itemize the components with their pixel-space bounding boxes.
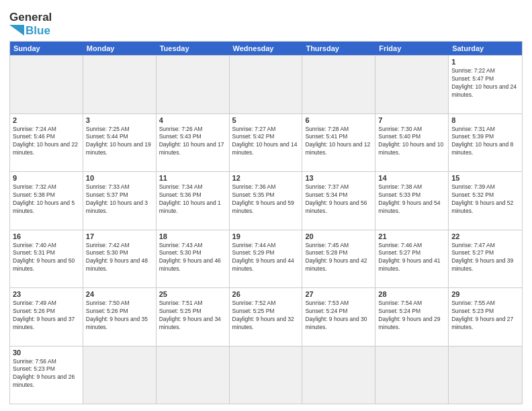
calendar-day-19: 19Sunrise: 7:44 AMSunset: 5:29 PMDayligh… — [230, 230, 303, 287]
sun-info: Sunrise: 7:36 AMSunset: 5:35 PMDaylight:… — [232, 183, 300, 216]
calendar-day-7: 7Sunrise: 7:30 AMSunset: 5:40 PMDaylight… — [375, 114, 449, 171]
sun-info: Sunrise: 7:38 AMSunset: 5:33 PMDaylight:… — [378, 183, 445, 216]
day-number: 25 — [159, 290, 226, 298]
calendar-day-16: 16Sunrise: 7:40 AMSunset: 5:31 PMDayligh… — [10, 230, 83, 287]
calendar-week-3: 9Sunrise: 7:32 AMSunset: 5:38 PMDaylight… — [10, 171, 522, 229]
empty-cell — [302, 347, 375, 404]
sun-info: Sunrise: 7:51 AMSunset: 5:25 PMDaylight:… — [159, 300, 226, 332]
day-header-tuesday: Tuesday — [157, 42, 230, 55]
calendar-day-10: 10Sunrise: 7:33 AMSunset: 5:37 PMDayligh… — [83, 172, 157, 229]
empty-cell — [83, 347, 157, 404]
day-number: 23 — [13, 290, 80, 298]
calendar-day-22: 22Sunrise: 7:47 AMSunset: 5:27 PMDayligh… — [449, 230, 522, 287]
day-header-sunday: Sunday — [10, 42, 83, 55]
calendar-day-18: 18Sunrise: 7:43 AMSunset: 5:30 PMDayligh… — [157, 230, 230, 287]
calendar-week-5: 23Sunrise: 7:49 AMSunset: 5:26 PMDayligh… — [10, 287, 522, 345]
calendar-day-25: 25Sunrise: 7:51 AMSunset: 5:25 PMDayligh… — [157, 288, 230, 345]
sun-info: Sunrise: 7:37 AMSunset: 5:34 PMDaylight:… — [305, 183, 372, 216]
sun-info: Sunrise: 7:25 AMSunset: 5:44 PMDaylight:… — [86, 126, 153, 158]
sun-info: Sunrise: 7:46 AMSunset: 5:27 PMDaylight:… — [378, 242, 445, 274]
calendar-day-26: 26Sunrise: 7:52 AMSunset: 5:25 PMDayligh… — [230, 288, 303, 345]
calendar-day-23: 23Sunrise: 7:49 AMSunset: 5:26 PMDayligh… — [10, 288, 83, 345]
day-number: 30 — [13, 349, 80, 357]
day-number: 17 — [86, 232, 153, 240]
calendar-day-24: 24Sunrise: 7:50 AMSunset: 5:26 PMDayligh… — [83, 288, 157, 345]
sun-info: Sunrise: 7:26 AMSunset: 5:43 PMDaylight:… — [159, 126, 226, 158]
sun-info: Sunrise: 7:47 AMSunset: 5:27 PMDaylight:… — [451, 242, 519, 274]
empty-cell — [83, 56, 157, 113]
day-number: 19 — [232, 232, 300, 240]
calendar-day-29: 29Sunrise: 7:55 AMSunset: 5:23 PMDayligh… — [449, 288, 522, 345]
calendar-day-12: 12Sunrise: 7:36 AMSunset: 5:35 PMDayligh… — [230, 172, 303, 229]
day-number: 7 — [378, 116, 445, 124]
calendar-header: SundayMondayTuesdayWednesdayThursdayFrid… — [10, 42, 522, 55]
day-number: 22 — [451, 232, 519, 240]
empty-cell — [157, 56, 230, 113]
calendar-day-8: 8Sunrise: 7:31 AMSunset: 5:39 PMDaylight… — [449, 114, 522, 171]
calendar-day-3: 3Sunrise: 7:25 AMSunset: 5:44 PMDaylight… — [83, 114, 157, 171]
day-number: 10 — [86, 174, 153, 182]
sun-info: Sunrise: 7:52 AMSunset: 5:25 PMDaylight:… — [232, 300, 300, 332]
calendar-day-28: 28Sunrise: 7:54 AMSunset: 5:24 PMDayligh… — [375, 288, 449, 345]
logo: General Blue — [9, 11, 52, 37]
day-number: 2 — [13, 116, 80, 124]
calendar-day-2: 2Sunrise: 7:24 AMSunset: 5:46 PMDaylight… — [10, 114, 83, 171]
empty-cell — [375, 56, 449, 113]
calendar-week-6: 30Sunrise: 7:56 AMSunset: 5:23 PMDayligh… — [10, 346, 522, 404]
calendar-day-30: 30Sunrise: 7:56 AMSunset: 5:23 PMDayligh… — [10, 347, 83, 404]
sun-info: Sunrise: 7:40 AMSunset: 5:31 PMDaylight:… — [13, 242, 80, 274]
calendar-day-5: 5Sunrise: 7:27 AMSunset: 5:42 PMDaylight… — [230, 114, 303, 171]
calendar-day-1: 1Sunrise: 7:22 AMSunset: 5:47 PMDaylight… — [449, 56, 522, 113]
day-number: 29 — [451, 290, 519, 298]
empty-cell — [375, 347, 449, 404]
sun-info: Sunrise: 7:27 AMSunset: 5:42 PMDaylight:… — [232, 126, 300, 158]
calendar-day-9: 9Sunrise: 7:32 AMSunset: 5:38 PMDaylight… — [10, 172, 83, 229]
sun-info: Sunrise: 7:34 AMSunset: 5:36 PMDaylight:… — [159, 183, 226, 216]
calendar-week-1: 1Sunrise: 7:22 AMSunset: 5:47 PMDaylight… — [10, 55, 522, 113]
empty-cell — [157, 347, 230, 404]
day-number: 20 — [305, 232, 372, 240]
day-number: 12 — [232, 174, 300, 182]
calendar-day-15: 15Sunrise: 7:39 AMSunset: 5:32 PMDayligh… — [449, 172, 522, 229]
calendar-day-20: 20Sunrise: 7:45 AMSunset: 5:28 PMDayligh… — [302, 230, 375, 287]
day-number: 16 — [13, 232, 80, 240]
calendar-day-21: 21Sunrise: 7:46 AMSunset: 5:27 PMDayligh… — [375, 230, 449, 287]
calendar-body: 1Sunrise: 7:22 AMSunset: 5:47 PMDaylight… — [10, 55, 522, 404]
day-number: 14 — [378, 174, 445, 182]
empty-cell — [10, 56, 83, 113]
svg-marker-0 — [9, 25, 24, 36]
empty-cell — [449, 347, 522, 404]
sun-info: Sunrise: 7:50 AMSunset: 5:26 PMDaylight:… — [86, 300, 153, 332]
sun-info: Sunrise: 7:44 AMSunset: 5:29 PMDaylight:… — [232, 242, 300, 274]
sun-info: Sunrise: 7:45 AMSunset: 5:28 PMDaylight:… — [305, 242, 372, 274]
day-header-monday: Monday — [83, 42, 157, 55]
calendar-day-4: 4Sunrise: 7:26 AMSunset: 5:43 PMDaylight… — [157, 114, 230, 171]
sun-info: Sunrise: 7:32 AMSunset: 5:38 PMDaylight:… — [13, 183, 80, 216]
calendar-day-17: 17Sunrise: 7:42 AMSunset: 5:30 PMDayligh… — [83, 230, 157, 287]
day-number: 24 — [86, 290, 153, 298]
logo-triangle-icon — [9, 25, 24, 36]
day-header-saturday: Saturday — [449, 42, 522, 55]
sun-info: Sunrise: 7:53 AMSunset: 5:24 PMDaylight:… — [305, 300, 372, 332]
day-number: 21 — [378, 232, 445, 240]
day-number: 28 — [378, 290, 445, 298]
day-number: 8 — [451, 116, 519, 124]
day-number: 11 — [159, 174, 226, 182]
sun-info: Sunrise: 7:33 AMSunset: 5:37 PMDaylight:… — [86, 183, 153, 216]
day-number: 6 — [305, 116, 372, 124]
calendar: SundayMondayTuesdayWednesdayThursdayFrid… — [9, 41, 523, 404]
day-number: 15 — [451, 174, 519, 182]
sun-info: Sunrise: 7:24 AMSunset: 5:46 PMDaylight:… — [13, 126, 80, 158]
calendar-week-2: 2Sunrise: 7:24 AMSunset: 5:46 PMDaylight… — [10, 113, 522, 171]
page-header: General Blue — [9, 8, 523, 37]
day-number: 4 — [159, 116, 226, 124]
day-number: 18 — [159, 232, 226, 240]
day-header-friday: Friday — [375, 42, 449, 55]
calendar-day-14: 14Sunrise: 7:38 AMSunset: 5:33 PMDayligh… — [375, 172, 449, 229]
day-number: 9 — [13, 174, 80, 182]
sun-info: Sunrise: 7:42 AMSunset: 5:30 PMDaylight:… — [86, 242, 153, 274]
day-number: 13 — [305, 174, 372, 182]
calendar-day-27: 27Sunrise: 7:53 AMSunset: 5:24 PMDayligh… — [302, 288, 375, 345]
day-number: 3 — [86, 116, 153, 124]
calendar-day-11: 11Sunrise: 7:34 AMSunset: 5:36 PMDayligh… — [157, 172, 230, 229]
